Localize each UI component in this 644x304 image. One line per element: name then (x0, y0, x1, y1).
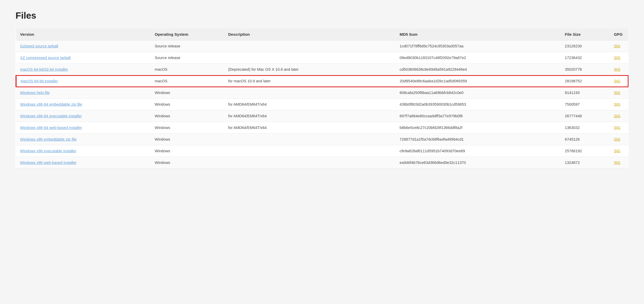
os-cell: Windows (151, 145, 224, 157)
os-cell: Windows (151, 110, 224, 122)
gpg-cell[interactable]: SIG (610, 75, 628, 87)
filesize-cell: 1324872 (561, 157, 610, 169)
version-link[interactable]: macOS 64-bit installer (20, 79, 58, 83)
os-cell: Windows (151, 87, 224, 99)
md5-cell: 1cd071f78ff6d9c7524c95303a3057aa (395, 40, 561, 52)
files-table: Version Operating System Description MD5… (16, 28, 628, 169)
sig-link[interactable]: SIG (614, 126, 620, 130)
description-cell: {Deprecated) for Mac OS X 10.6 and later (224, 64, 395, 75)
table-row: Windows x86 web-based installer Windows … (16, 157, 628, 169)
table-row: Windows x86 embeddable zip file Windows … (16, 134, 628, 145)
sig-link[interactable]: SIG (614, 56, 620, 60)
version-link[interactable]: XZ compressed source tarball (20, 56, 71, 60)
md5-cell: 20d9540e88c6aaba1d2bc1ad5d069359 (395, 75, 561, 87)
sig-link[interactable]: SIG (614, 91, 620, 95)
filesize-cell: 28198752 (561, 75, 610, 87)
md5-cell: 697f7a884e80ccaa9dff3a77e979b0f8 (395, 110, 561, 122)
version-link[interactable]: macOS 64-bit/32-bit installer (20, 67, 68, 71)
col-header-md5: MD5 Sum (395, 28, 561, 40)
filesize-cell: 25766192 (561, 145, 610, 157)
gpg-cell[interactable]: SIG (610, 99, 628, 110)
col-header-version: Version (16, 28, 151, 40)
filesize-cell: 6745126 (561, 134, 610, 145)
md5-cell: 726877d1a1f5a7dc68f6a4fa48964cd1 (395, 134, 561, 145)
table-row: Windows x86-64 web-based installer Windo… (16, 122, 628, 134)
table-row: XZ compressed source tarball Source rele… (16, 52, 628, 64)
md5-cell: b8b6e5ce8c27c20bfd28f1366ddf8a2f (395, 122, 561, 134)
filesize-cell: 1363032 (561, 122, 610, 134)
filesize-cell: 23126230 (561, 40, 610, 52)
version-cell[interactable]: Windows x86-64 executable installer (16, 110, 151, 122)
description-cell: for AMD64/EM64T/x64 (224, 122, 395, 134)
gpg-cell[interactable]: SIG (610, 134, 628, 145)
filesize-cell: 35020778 (561, 64, 610, 75)
version-link[interactable]: Windows help file (20, 91, 50, 95)
page-title: Files (16, 10, 628, 21)
version-cell[interactable]: Windows x86-64 embeddable zip file (16, 99, 151, 110)
version-cell[interactable]: Windows x86 executable installer (16, 145, 151, 157)
version-link[interactable]: Windows x86-64 embeddable zip file (20, 102, 82, 106)
version-cell[interactable]: Windows x86 embeddable zip file (16, 134, 151, 145)
os-cell: Source release (151, 40, 224, 52)
version-cell[interactable]: Windows help file (16, 87, 151, 99)
version-link[interactable]: Windows x86-64 web-based installer (20, 126, 82, 130)
version-cell[interactable]: Windows x86-64 web-based installer (16, 122, 151, 134)
description-cell (224, 157, 395, 169)
md5-cell: 08ed8030b1183107c48f2092e79a87e2 (395, 52, 561, 64)
col-header-filesize: File Size (561, 28, 610, 40)
gpg-cell[interactable]: SIG (610, 145, 628, 157)
filesize-cell: 7500597 (561, 99, 610, 110)
os-cell: Windows (151, 122, 224, 134)
sig-link[interactable]: SIG (614, 137, 620, 141)
os-cell: macOS (151, 64, 224, 75)
description-cell (224, 40, 395, 52)
description-cell (224, 87, 395, 99)
gpg-cell[interactable]: SIG (610, 157, 628, 169)
version-link[interactable]: Windows x86 web-based installer (20, 161, 77, 165)
gpg-cell[interactable]: SIG (610, 40, 628, 52)
table-row: Windows x86-64 executable installer Wind… (16, 110, 628, 122)
gpg-cell[interactable]: SIG (610, 110, 628, 122)
md5-cell: ea946f4b76ce63d366d6ed0e32c11370 (395, 157, 561, 169)
os-cell: Windows (151, 157, 224, 169)
filesize-cell: 17236432 (561, 52, 610, 64)
gpg-cell[interactable]: SIG (610, 64, 628, 75)
version-link[interactable]: Windows x86 executable installer (20, 149, 77, 153)
sig-link[interactable]: SIG (614, 149, 620, 153)
gpg-cell[interactable]: SIG (610, 87, 628, 99)
version-cell[interactable]: macOS 64-bit installer (16, 75, 151, 87)
col-header-os: Operating System (151, 28, 224, 40)
filesize-cell: 8141193 (561, 87, 610, 99)
gpg-cell[interactable]: SIG (610, 52, 628, 64)
version-cell[interactable]: XZ compressed source tarball (16, 52, 151, 64)
table-row: macOS 64-bit/32-bit installer macOS {Dep… (16, 64, 628, 75)
os-cell: macOS (151, 75, 224, 87)
description-cell (224, 52, 395, 64)
table-row: macOS 64-bit installer macOS for macOS 1… (16, 75, 628, 87)
description-cell (224, 134, 395, 145)
gpg-cell[interactable]: SIG (610, 122, 628, 134)
table-row: Windows x86 executable installer Windows… (16, 145, 628, 157)
version-link[interactable]: Windows x86 embeddable zip file (20, 137, 77, 141)
sig-link[interactable]: SIG (614, 114, 620, 118)
os-cell: Source release (151, 52, 224, 64)
description-cell: for macOS 10.9 and later (224, 75, 395, 87)
col-header-gpg: GPG (610, 28, 628, 40)
sig-link[interactable]: SIG (614, 44, 620, 48)
description-cell: for AMD64/EM64T/x64 (224, 110, 395, 122)
sig-link[interactable]: SIG (614, 102, 620, 106)
version-cell[interactable]: macOS 64-bit/32-bit installer (16, 64, 151, 75)
os-cell: Windows (151, 134, 224, 145)
table-row: Windows help file Windows 608cafa250f8ba… (16, 87, 628, 99)
version-cell[interactable]: Windows x86 web-based installer (16, 157, 151, 169)
sig-link[interactable]: SIG (614, 79, 620, 83)
version-cell[interactable]: Gzipped source tarball (16, 40, 151, 52)
sig-link[interactable]: SIG (614, 67, 620, 71)
table-row: Windows x86-64 embeddable zip file Windo… (16, 99, 628, 110)
description-cell: for AMD64/EM64T/x64 (224, 99, 395, 110)
sig-link[interactable]: SIG (614, 161, 620, 165)
version-link[interactable]: Windows x86-64 executable installer (20, 114, 82, 118)
md5-cell: 436b0f803d2a0b393590030b1cd59853 (395, 99, 561, 110)
version-link[interactable]: Gzipped source tarball (20, 44, 58, 48)
description-cell (224, 145, 395, 157)
